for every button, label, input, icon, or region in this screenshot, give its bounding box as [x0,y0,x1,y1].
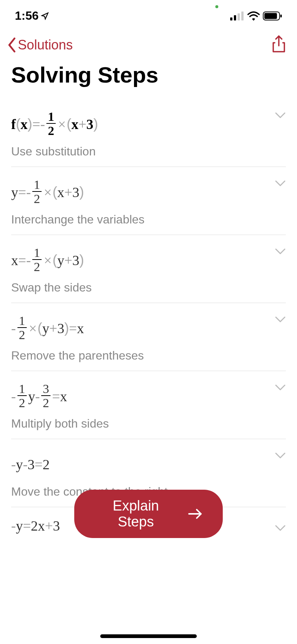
chevron-down-icon [275,180,286,188]
share-icon [272,35,286,53]
step-description: Swap the sides [11,281,286,294]
arrow-right-icon [188,508,202,519]
steps-list: f(x)=-12×(x+3) Use substitution y=-12×(x… [0,99,297,534]
back-button[interactable]: Solutions [7,37,73,53]
step-item[interactable]: -12y-32=x Multiply both sides [11,371,286,439]
step-item[interactable]: f(x)=-12×(x+3) Use substitution [11,99,286,167]
step-description: Use substitution [11,145,286,158]
explain-steps-button[interactable]: Explain Steps [74,490,223,538]
chevron-down-icon [275,248,286,256]
navigation-bar: Solutions [0,28,297,58]
cellular-signal-icon [230,12,244,20]
step-expression: f(x)=-12×(x+3) [11,110,286,138]
step-expression: -y-3=2 [11,450,286,478]
chevron-down-icon [275,518,286,535]
status-time: 1:56 [15,9,49,23]
home-indicator[interactable] [100,634,197,638]
status-bar: 1:56 [0,0,297,28]
share-button[interactable] [272,35,286,55]
step-item[interactable]: y=-12×(x+3) Interchange the variables [11,167,286,235]
step-item[interactable]: x=-12×(y+3) Swap the sides [11,235,286,303]
back-label: Solutions [18,37,73,53]
step-expression: y=-12×(x+3) [11,178,286,206]
step-item[interactable]: -12×(y+3)=x Remove the parentheses [11,303,286,371]
step-expression: x=-12×(y+3) [11,246,286,274]
page-title: Solving Steps [0,58,297,99]
svg-rect-2 [238,13,240,20]
status-indicators [230,11,282,21]
camera-indicator-dot [215,5,218,8]
chevron-left-icon [7,38,17,52]
explain-button-label: Explain Steps [95,498,177,530]
step-description: Multiply both sides [11,417,286,431]
svg-rect-3 [241,12,244,20]
chevron-down-icon [275,316,286,324]
battery-icon [263,11,282,21]
svg-rect-1 [234,15,236,20]
location-icon [41,12,49,20]
step-description: Interchange the variables [11,213,286,226]
svg-rect-0 [230,17,232,20]
time-text: 1:56 [15,9,39,23]
step-expression: -12×(y+3)=x [11,314,286,342]
chevron-down-icon [275,384,286,392]
svg-rect-6 [280,15,282,17]
step-expression: -12y-32=x [11,382,286,410]
chevron-down-icon [275,112,286,120]
wifi-icon [247,11,260,21]
svg-rect-5 [264,13,277,19]
step-description: Remove the parentheses [11,349,286,363]
chevron-down-icon [275,452,286,460]
